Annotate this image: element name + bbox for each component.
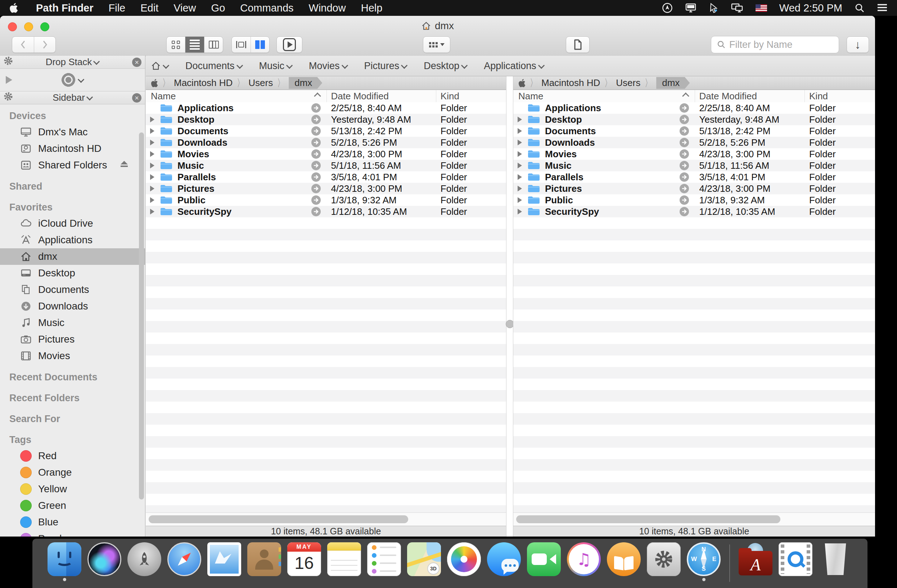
menu-clock[interactable]: Wed 2:50 PM: [779, 2, 842, 14]
disclosure-triangle-icon[interactable]: [517, 197, 522, 203]
pane-divider[interactable]: [506, 76, 513, 536]
close-icon[interactable]: ×: [132, 58, 141, 67]
view-options-dropdown[interactable]: [423, 36, 450, 53]
file-row-movies[interactable]: Movies 4/23/18, 3:00 PM Folder: [146, 148, 506, 160]
disclosure-triangle-icon[interactable]: [517, 128, 522, 134]
scrollbar-thumb[interactable]: [148, 515, 408, 523]
sidebar-item-macintosh-hd[interactable]: Macintosh HD: [0, 141, 145, 157]
disclosure-triangle-icon[interactable]: [517, 151, 522, 157]
disclosure-triangle-icon[interactable]: [150, 128, 155, 134]
notification-center-icon[interactable]: [877, 3, 888, 12]
apple-menu-icon[interactable]: [9, 3, 18, 13]
go-arrow-icon[interactable]: [679, 126, 689, 136]
sidebar-item-desktop[interactable]: Desktop: [0, 265, 145, 281]
menu-file[interactable]: File: [109, 2, 126, 14]
menu-window[interactable]: Window: [309, 2, 346, 14]
sidebar-item-pictures[interactable]: Pictures: [0, 331, 145, 348]
go-arrow-icon[interactable]: [679, 206, 689, 217]
sidebar-item-movies[interactable]: Movies: [0, 348, 145, 364]
disclosure-triangle-icon[interactable]: [517, 140, 522, 145]
go-arrow-icon[interactable]: [311, 103, 321, 113]
column-view-button[interactable]: [204, 37, 223, 52]
dropzone-applications[interactable]: Applications: [484, 60, 544, 72]
go-arrow-icon[interactable]: [311, 183, 321, 194]
file-row-desktop[interactable]: Desktop Yesterday, 9:48 AM Folder: [146, 114, 506, 125]
gear-icon[interactable]: [4, 92, 13, 104]
display-icon[interactable]: [685, 3, 696, 13]
file-row-parallels[interactable]: Parallels 3/5/18, 4:01 PM Folder: [513, 171, 875, 183]
cursor-icon[interactable]: [709, 3, 719, 13]
dock-maps-icon[interactable]: 3D: [407, 542, 441, 581]
disclosure-triangle-icon[interactable]: [150, 174, 155, 180]
download-button[interactable]: ↓: [846, 36, 869, 53]
menu-app-name[interactable]: Path Finder: [36, 2, 93, 14]
displays-icon[interactable]: [731, 3, 743, 13]
sidebar-item-green[interactable]: Green: [0, 497, 145, 514]
breadcrumb-item-macintosh-hd[interactable]: Macintosh HD: [541, 77, 600, 89]
dock-itunes-icon[interactable]: ♫: [566, 542, 601, 581]
dock-acrobat-icon[interactable]: A: [738, 542, 773, 581]
go-arrow-icon[interactable]: [679, 115, 689, 125]
dock-mail-icon[interactable]: [207, 542, 242, 581]
slideshow-button[interactable]: [276, 36, 302, 53]
disclosure-triangle-icon[interactable]: [150, 117, 155, 122]
dock-siri-icon[interactable]: [87, 542, 122, 581]
column-header-date-modified[interactable]: Date Modified: [327, 90, 436, 102]
dock-pathfinder-icon[interactable]: NESW: [686, 542, 721, 581]
file-row-public[interactable]: Public 1/3/18, 9:32 AM Folder: [146, 194, 506, 206]
breadcrumb-item-users[interactable]: Users: [616, 77, 640, 89]
go-arrow-icon[interactable]: [311, 137, 321, 148]
file-row-securityspy[interactable]: SecuritySpy 1/12/18, 10:35 AM Folder: [146, 206, 506, 217]
go-arrow-icon[interactable]: [679, 160, 689, 171]
forward-button[interactable]: [34, 37, 56, 52]
file-row-desktop[interactable]: Desktop Yesterday, 9:48 AM Folder: [513, 114, 875, 125]
dropzone-movies[interactable]: Movies: [309, 60, 348, 72]
dual-pane-button[interactable]: [251, 37, 269, 52]
breadcrumb-item-macintosh-hd[interactable]: Macintosh HD: [174, 77, 233, 89]
eject-button[interactable]: [119, 159, 129, 171]
file-row-parallels[interactable]: Parallels 3/5/18, 4:01 PM Folder: [146, 171, 506, 183]
file-row-music[interactable]: Music 5/1/18, 11:56 AM Folder: [513, 160, 875, 171]
drop-stack-body[interactable]: [0, 69, 145, 92]
sidebar-item-downloads[interactable]: Downloads: [0, 298, 145, 315]
disclosure-triangle-icon[interactable]: [517, 174, 522, 180]
scrollbar-thumb[interactable]: [516, 515, 781, 523]
sidebar-item-yellow[interactable]: Yellow: [0, 481, 145, 497]
file-row-movies[interactable]: Movies 4/23/18, 3:00 PM Folder: [513, 148, 875, 160]
sidebar-item-icloud-drive[interactable]: iCloud Drive: [0, 215, 145, 232]
sidebar-item-shared-folders[interactable]: Shared Folders: [0, 157, 145, 173]
file-row-pictures[interactable]: Pictures 4/23/18, 3:00 PM Folder: [146, 183, 506, 194]
dropzone-music[interactable]: Music: [259, 60, 292, 72]
go-arrow-icon[interactable]: [679, 137, 689, 148]
left-pane-horizontal-scrollbar[interactable]: [146, 512, 506, 526]
sidebar-item-dmx[interactable]: dmx: [0, 248, 145, 265]
file-row-public[interactable]: Public 1/3/18, 9:32 AM Folder: [513, 194, 875, 206]
sidebar-item-music[interactable]: Music: [0, 315, 145, 331]
dock-ibooks-icon[interactable]: [606, 542, 641, 581]
column-header-kind[interactable]: Kind: [436, 90, 506, 102]
go-arrow-icon[interactable]: [679, 172, 689, 182]
gear-icon[interactable]: [4, 56, 13, 68]
file-row-pictures[interactable]: Pictures 4/23/18, 3:00 PM Folder: [513, 183, 875, 194]
dock-messages-icon[interactable]: [487, 542, 521, 581]
menu-commands[interactable]: Commands: [240, 2, 293, 14]
right-pane-horizontal-scrollbar[interactable]: [513, 512, 875, 526]
sidebar-item-applications[interactable]: Applications: [0, 232, 145, 248]
file-row-downloads[interactable]: Downloads 5/2/18, 5:26 PM Folder: [513, 137, 875, 148]
dock-photos-icon[interactable]: [447, 542, 481, 581]
file-row-applications[interactable]: Applications 2/25/18, 8:40 AM Folder: [513, 102, 875, 114]
disclosure-triangle-icon[interactable]: [517, 209, 522, 214]
go-arrow-icon[interactable]: [311, 149, 321, 159]
disclosure-triangle-icon[interactable]: [150, 163, 155, 168]
sidebar-item-dmx-s-mac[interactable]: Dmx's Mac: [0, 124, 145, 141]
sidebar-item-red[interactable]: Red: [0, 447, 145, 464]
go-arrow-icon[interactable]: [679, 195, 689, 205]
dock-notes-icon[interactable]: [327, 542, 361, 581]
column-header-name[interactable]: Name: [513, 90, 695, 102]
menu-help[interactable]: Help: [361, 2, 383, 14]
disclosure-triangle-icon[interactable]: [150, 186, 155, 191]
go-arrow-icon[interactable]: [679, 149, 689, 159]
filter-field[interactable]: Filter by Name: [711, 36, 839, 53]
breadcrumb-item-dmx[interactable]: dmx: [289, 77, 322, 89]
breadcrumb-item-users[interactable]: Users: [248, 77, 273, 89]
